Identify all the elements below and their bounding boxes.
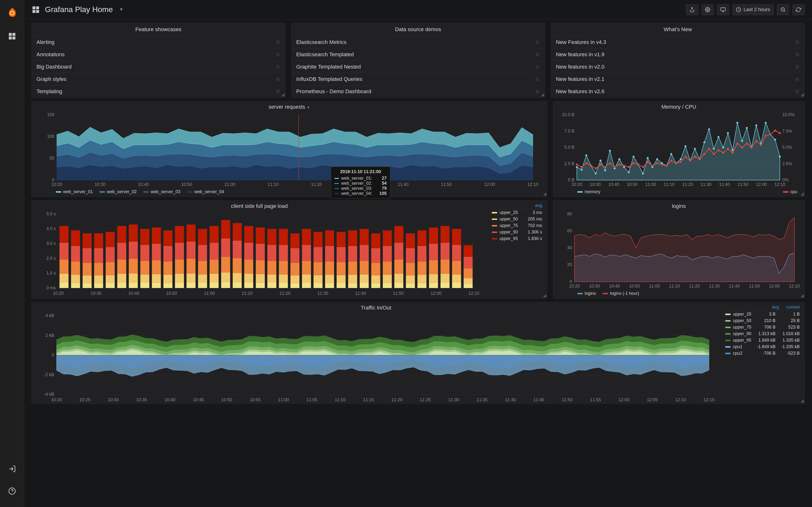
star-icon[interactable]: ☆ bbox=[795, 39, 800, 45]
dashboard-list-icon[interactable] bbox=[32, 5, 40, 14]
svg-point-147 bbox=[737, 143, 738, 145]
svg-text:10:30: 10:30 bbox=[589, 284, 600, 288]
svg-rect-352 bbox=[452, 275, 461, 283]
traffic-chart[interactable]: -4 kB-2 kB02 kB4 kB10:2010:2510:3010:351… bbox=[35, 314, 716, 403]
resize-handle-icon[interactable]: ◢ bbox=[801, 191, 804, 196]
star-icon[interactable]: ☆ bbox=[535, 64, 540, 70]
star-icon[interactable]: ☆ bbox=[795, 76, 800, 82]
list-item[interactable]: Annotations☆ bbox=[32, 48, 285, 61]
legend-item[interactable]: web_server_01 bbox=[56, 189, 93, 194]
list-item[interactable]: Alerting☆ bbox=[32, 36, 285, 48]
dashboards-nav-icon[interactable] bbox=[5, 29, 19, 44]
star-icon[interactable]: ☆ bbox=[275, 76, 280, 82]
resize-handle-icon[interactable]: ◢ bbox=[801, 398, 804, 403]
svg-point-141 bbox=[708, 148, 710, 150]
panel-title: What's New bbox=[551, 23, 805, 36]
list-item[interactable]: New features in v2.0☆ bbox=[551, 61, 805, 73]
star-icon[interactable]: ☆ bbox=[795, 51, 800, 58]
resize-handle-icon[interactable]: ◢ bbox=[281, 92, 285, 97]
legend-item[interactable]: upper_75706 B523 B bbox=[725, 324, 800, 331]
list-item[interactable]: New features in v2.6☆ bbox=[551, 85, 805, 98]
list-item[interactable]: Graph styles☆ bbox=[32, 73, 285, 85]
legend-item[interactable]: upper_951.836 s bbox=[492, 235, 542, 242]
list-item[interactable]: New features in v2.1☆ bbox=[551, 73, 805, 85]
star-icon[interactable]: ☆ bbox=[535, 76, 540, 82]
resize-handle-icon[interactable]: ◢ bbox=[801, 293, 804, 298]
share-button[interactable] bbox=[686, 4, 698, 15]
list-item[interactable]: Elasticsearch Metrics☆ bbox=[292, 36, 545, 48]
star-icon[interactable]: ☆ bbox=[795, 89, 800, 95]
svg-rect-210 bbox=[117, 226, 126, 243]
legend-item[interactable]: web_server_04 bbox=[187, 189, 224, 194]
legend-item[interactable]: upper_253 B1 B bbox=[725, 311, 800, 318]
svg-rect-277 bbox=[279, 275, 288, 283]
resize-handle-icon[interactable]: ◢ bbox=[543, 293, 546, 298]
star-icon[interactable]: ☆ bbox=[275, 89, 280, 95]
resize-handle-icon[interactable]: ◢ bbox=[543, 191, 546, 196]
help-icon[interactable] bbox=[5, 484, 19, 498]
svg-text:12:05: 12:05 bbox=[647, 397, 658, 402]
resize-handle-icon[interactable]: ◢ bbox=[541, 92, 544, 97]
resize-handle-icon[interactable]: ◢ bbox=[801, 92, 804, 97]
svg-text:2.0 s: 2.0 s bbox=[46, 256, 56, 261]
legend-item[interactable]: memory bbox=[577, 189, 600, 194]
dashboard-title[interactable]: Grafana Play Home bbox=[45, 5, 113, 14]
legend-item[interactable]: upper_50205 ms bbox=[492, 216, 542, 222]
legend-item[interactable]: upper_951.849 kB1.335 kB bbox=[725, 337, 800, 344]
list-item[interactable]: New features in v1.9☆ bbox=[551, 48, 805, 61]
settings-button[interactable] bbox=[701, 4, 714, 15]
legend-item[interactable]: logins bbox=[577, 291, 596, 296]
list-item-label: Elasticsearch Metrics bbox=[296, 39, 347, 45]
legend-item[interactable]: logins (-1 hour) bbox=[603, 291, 639, 296]
legend-item[interactable]: web_server_02 bbox=[100, 189, 137, 194]
star-icon[interactable]: ☆ bbox=[535, 89, 540, 95]
svg-rect-313 bbox=[360, 261, 368, 274]
time-range-button[interactable]: Last 2 hours bbox=[732, 4, 774, 15]
svg-text:12:10: 12:10 bbox=[468, 291, 479, 296]
panel-title: Memory / CPU bbox=[553, 101, 805, 112]
legend-item[interactable]: upper_253 ms bbox=[492, 209, 542, 216]
svg-text:3.0 s: 3.0 s bbox=[46, 241, 56, 246]
svg-text:12:00: 12:00 bbox=[430, 291, 442, 296]
legend-item[interactable]: cpu bbox=[783, 189, 797, 194]
legend-item[interactable]: upper_50210 B25 B bbox=[725, 318, 800, 324]
star-icon[interactable]: ☆ bbox=[795, 64, 800, 70]
page-load-chart[interactable]: 0 ms1.0 s2.0 s3.0 s4.0 s5.0 s10:2010:301… bbox=[35, 212, 483, 296]
star-icon[interactable]: ☆ bbox=[535, 51, 540, 58]
refresh-button[interactable] bbox=[792, 4, 805, 15]
zoom-out-button[interactable] bbox=[777, 4, 789, 15]
svg-rect-315 bbox=[360, 229, 368, 245]
legend-item[interactable]: upper_75702 ms bbox=[492, 222, 542, 229]
list-item[interactable]: Prometheus - Demo Dashboard☆ bbox=[292, 85, 545, 98]
list-item[interactable]: Graphite Templated Nested☆ bbox=[292, 61, 545, 73]
legend-item[interactable]: web_server_03 bbox=[143, 189, 180, 194]
star-icon[interactable]: ☆ bbox=[275, 39, 280, 45]
svg-rect-346 bbox=[441, 282, 450, 288]
server-requests-chart[interactable]: 05010015010:2010:3010:4010:5011:0011:101… bbox=[35, 113, 543, 187]
legend-item[interactable]: cpu2-706 B-523 B bbox=[725, 350, 800, 356]
logins-chart[interactable]: 02040608010:2010:3010:4010:5011:0011:101… bbox=[557, 212, 800, 289]
star-icon[interactable]: ☆ bbox=[275, 51, 280, 58]
list-item[interactable]: InfluxDB Templated Queries☆ bbox=[292, 73, 545, 85]
svg-text:1.0 s: 1.0 s bbox=[46, 271, 56, 276]
list-item[interactable]: Elasticsearch Templated☆ bbox=[292, 48, 545, 61]
legend-item[interactable]: upper_901.306 s bbox=[492, 229, 542, 235]
list-item[interactable]: Templating☆ bbox=[32, 85, 285, 98]
panel-title: client side full page load bbox=[32, 201, 487, 211]
memory-cpu-chart[interactable]: 0 B2.5 B5.0 B7.5 B10.0 B0%2.5%5.0%7.5%10… bbox=[557, 113, 800, 187]
list-item[interactable]: Big Dashboard☆ bbox=[32, 61, 285, 73]
list-item[interactable]: New Features in v4.3☆ bbox=[551, 36, 805, 48]
legend-item[interactable]: upper_901.313 kB1.016 kB bbox=[725, 331, 800, 337]
chevron-down-icon[interactable]: ▼ bbox=[119, 7, 123, 12]
star-icon[interactable]: ☆ bbox=[275, 64, 280, 70]
svg-rect-354 bbox=[452, 245, 461, 261]
legend-item[interactable]: cpu1-1.849 kB-1.335 kB bbox=[725, 344, 800, 350]
signin-icon[interactable] bbox=[5, 462, 19, 476]
grafana-logo[interactable] bbox=[4, 5, 20, 20]
chevron-down-icon[interactable]: ▼ bbox=[307, 106, 310, 109]
star-icon[interactable]: ☆ bbox=[535, 39, 540, 45]
svg-rect-14 bbox=[721, 7, 725, 11]
svg-rect-351 bbox=[452, 283, 461, 288]
svg-point-126 bbox=[637, 163, 639, 165]
tv-mode-button[interactable] bbox=[717, 4, 729, 15]
